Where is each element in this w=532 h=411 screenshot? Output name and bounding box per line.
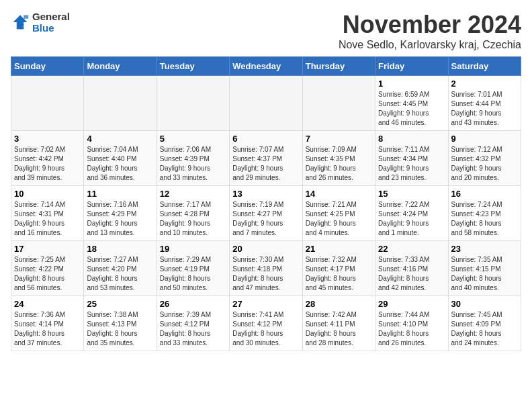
day-number: 3 [14, 134, 81, 144]
day-info: Sunrise: 7:14 AMSunset: 4:31 PMDaylight:… [14, 200, 81, 238]
location-title: Nove Sedlo, Karlovarsky kraj, Czechia [339, 39, 521, 51]
weekday-header-thursday: Thursday [302, 57, 375, 76]
day-info: Sunrise: 7:16 AMSunset: 4:29 PMDaylight:… [87, 200, 153, 238]
calendar-cell: 15Sunrise: 7:22 AMSunset: 4:24 PMDayligh… [375, 186, 448, 241]
month-title: November 2024 [339, 11, 521, 39]
weekday-header-friday: Friday [375, 57, 448, 76]
day-info: Sunrise: 7:44 AMSunset: 4:10 PMDaylight:… [378, 310, 445, 348]
day-number: 1 [378, 79, 445, 89]
day-number: 4 [87, 134, 153, 144]
week-row-4: 17Sunrise: 7:25 AMSunset: 4:22 PMDayligh… [11, 241, 521, 296]
day-number: 22 [378, 244, 445, 254]
calendar-table: SundayMondayTuesdayWednesdayThursdayFrid… [11, 56, 521, 351]
day-info: Sunrise: 7:36 AMSunset: 4:14 PMDaylight:… [14, 310, 81, 348]
day-number: 2 [451, 79, 518, 89]
day-info: Sunrise: 7:06 AMSunset: 4:39 PMDaylight:… [160, 145, 226, 183]
week-row-3: 10Sunrise: 7:14 AMSunset: 4:31 PMDayligh… [11, 186, 521, 241]
day-info: Sunrise: 7:09 AMSunset: 4:35 PMDaylight:… [306, 145, 372, 183]
day-number: 6 [232, 134, 299, 144]
calendar-cell: 27Sunrise: 7:41 AMSunset: 4:12 PMDayligh… [230, 296, 302, 351]
calendar-cell: 28Sunrise: 7:42 AMSunset: 4:11 PMDayligh… [302, 296, 375, 351]
day-info: Sunrise: 7:21 AMSunset: 4:25 PMDaylight:… [306, 200, 372, 238]
day-number: 28 [306, 299, 372, 309]
calendar-cell: 1Sunrise: 6:59 AMSunset: 4:45 PMDaylight… [375, 76, 448, 131]
day-number: 13 [232, 189, 299, 199]
calendar-cell: 17Sunrise: 7:25 AMSunset: 4:22 PMDayligh… [11, 241, 84, 296]
day-info: Sunrise: 7:12 AMSunset: 4:32 PMDaylight:… [451, 145, 518, 183]
calendar-cell [11, 76, 84, 131]
calendar-cell [84, 76, 157, 131]
day-number: 15 [378, 189, 445, 199]
day-number: 27 [232, 299, 299, 309]
day-info: Sunrise: 7:27 AMSunset: 4:20 PMDaylight:… [87, 255, 153, 293]
day-info: Sunrise: 7:24 AMSunset: 4:23 PMDaylight:… [451, 200, 518, 238]
weekday-header-saturday: Saturday [448, 57, 521, 76]
calendar-cell: 22Sunrise: 7:33 AMSunset: 4:16 PMDayligh… [375, 241, 448, 296]
day-info: Sunrise: 7:04 AMSunset: 4:40 PMDaylight:… [87, 145, 153, 183]
calendar-cell: 14Sunrise: 7:21 AMSunset: 4:25 PMDayligh… [302, 186, 375, 241]
calendar-cell: 5Sunrise: 7:06 AMSunset: 4:39 PMDaylight… [157, 131, 229, 186]
day-info: Sunrise: 7:11 AMSunset: 4:34 PMDaylight:… [378, 145, 445, 183]
weekday-header-monday: Monday [84, 57, 157, 76]
calendar-cell: 4Sunrise: 7:04 AMSunset: 4:40 PMDaylight… [84, 131, 157, 186]
day-info: Sunrise: 7:45 AMSunset: 4:09 PMDaylight:… [451, 310, 518, 348]
day-number: 11 [87, 189, 153, 199]
calendar-cell: 30Sunrise: 7:45 AMSunset: 4:09 PMDayligh… [448, 296, 521, 351]
day-number: 30 [451, 299, 518, 309]
calendar-cell: 7Sunrise: 7:09 AMSunset: 4:35 PMDaylight… [302, 131, 375, 186]
day-info: Sunrise: 7:29 AMSunset: 4:19 PMDaylight:… [160, 255, 226, 293]
calendar-cell: 23Sunrise: 7:35 AMSunset: 4:15 PMDayligh… [448, 241, 521, 296]
day-number: 24 [14, 299, 81, 309]
calendar-cell [230, 76, 302, 131]
day-number: 5 [160, 134, 226, 144]
day-number: 7 [306, 134, 372, 144]
day-info: Sunrise: 7:17 AMSunset: 4:28 PMDaylight:… [160, 200, 226, 238]
day-info: Sunrise: 7:30 AMSunset: 4:18 PMDaylight:… [232, 255, 299, 293]
weekday-header-tuesday: Tuesday [157, 57, 229, 76]
day-info: Sunrise: 7:25 AMSunset: 4:22 PMDaylight:… [14, 255, 81, 293]
day-number: 21 [306, 244, 372, 254]
calendar-cell: 12Sunrise: 7:17 AMSunset: 4:28 PMDayligh… [157, 186, 229, 241]
day-info: Sunrise: 7:22 AMSunset: 4:24 PMDaylight:… [378, 200, 445, 238]
day-number: 29 [378, 299, 445, 309]
day-number: 25 [87, 299, 153, 309]
day-number: 12 [160, 189, 226, 199]
day-number: 23 [451, 244, 518, 254]
calendar-cell [302, 76, 375, 131]
week-row-1: 1Sunrise: 6:59 AMSunset: 4:45 PMDaylight… [11, 76, 521, 131]
day-number: 26 [160, 299, 226, 309]
calendar-cell: 11Sunrise: 7:16 AMSunset: 4:29 PMDayligh… [84, 186, 157, 241]
header: General Blue November 2024 Nove Sedlo, K… [11, 11, 521, 51]
calendar-cell: 8Sunrise: 7:11 AMSunset: 4:34 PMDaylight… [375, 131, 448, 186]
calendar-cell: 19Sunrise: 7:29 AMSunset: 4:19 PMDayligh… [157, 241, 229, 296]
day-number: 9 [451, 134, 518, 144]
calendar-cell: 9Sunrise: 7:12 AMSunset: 4:32 PMDaylight… [448, 131, 521, 186]
title-area: November 2024 Nove Sedlo, Karlovarsky kr… [339, 11, 521, 51]
calendar-cell: 2Sunrise: 7:01 AMSunset: 4:44 PMDaylight… [448, 76, 521, 131]
calendar-cell: 16Sunrise: 7:24 AMSunset: 4:23 PMDayligh… [448, 186, 521, 241]
day-number: 14 [306, 189, 372, 199]
day-info: Sunrise: 7:32 AMSunset: 4:17 PMDaylight:… [306, 255, 372, 293]
calendar-cell: 26Sunrise: 7:39 AMSunset: 4:12 PMDayligh… [157, 296, 229, 351]
svg-marker-1 [24, 15, 28, 19]
day-number: 20 [232, 244, 299, 254]
day-number: 8 [378, 134, 445, 144]
logo-icon [11, 13, 30, 32]
day-info: Sunrise: 7:39 AMSunset: 4:12 PMDaylight:… [160, 310, 226, 348]
calendar-cell: 24Sunrise: 7:36 AMSunset: 4:14 PMDayligh… [11, 296, 84, 351]
weekday-header-wednesday: Wednesday [230, 57, 302, 76]
logo: General Blue [11, 11, 70, 34]
day-number: 19 [160, 244, 226, 254]
week-row-2: 3Sunrise: 7:02 AMSunset: 4:42 PMDaylight… [11, 131, 521, 186]
calendar-cell: 20Sunrise: 7:30 AMSunset: 4:18 PMDayligh… [230, 241, 302, 296]
week-row-5: 24Sunrise: 7:36 AMSunset: 4:14 PMDayligh… [11, 296, 521, 351]
day-number: 18 [87, 244, 153, 254]
day-info: Sunrise: 7:19 AMSunset: 4:27 PMDaylight:… [232, 200, 299, 238]
day-info: Sunrise: 7:33 AMSunset: 4:16 PMDaylight:… [378, 255, 445, 293]
day-info: Sunrise: 7:41 AMSunset: 4:12 PMDaylight:… [232, 310, 299, 348]
day-info: Sunrise: 6:59 AMSunset: 4:45 PMDaylight:… [378, 90, 445, 128]
weekday-header-row: SundayMondayTuesdayWednesdayThursdayFrid… [11, 57, 521, 76]
calendar-cell: 6Sunrise: 7:07 AMSunset: 4:37 PMDaylight… [230, 131, 302, 186]
day-info: Sunrise: 7:42 AMSunset: 4:11 PMDaylight:… [306, 310, 372, 348]
calendar-cell [157, 76, 229, 131]
